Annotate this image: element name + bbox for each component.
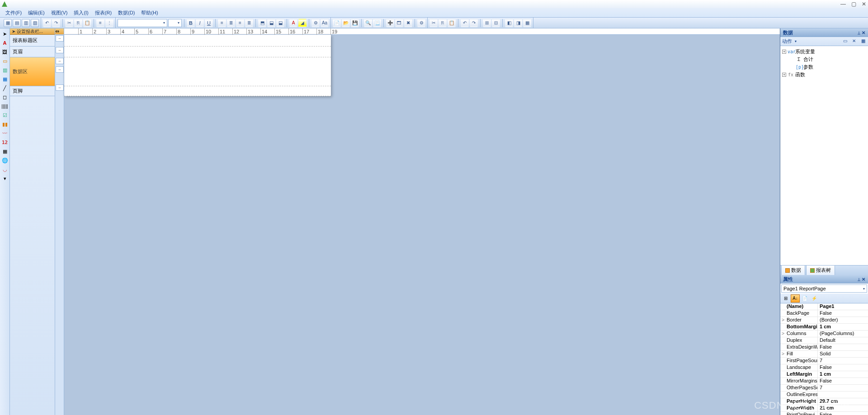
size-combo[interactable]: ▾ <box>168 19 182 27</box>
valign-top-button[interactable]: ⬒ <box>258 19 266 27</box>
copy2-button[interactable]: ⎘ <box>439 19 447 27</box>
pagesetup-button[interactable]: ⚙ <box>417 19 425 27</box>
prop-expand[interactable] <box>780 337 786 344</box>
minimize-button[interactable]: — <box>840 1 846 7</box>
prop-value[interactable]: False <box>817 310 868 317</box>
act-btn-3[interactable]: ▦ <box>860 38 866 45</box>
prop-value[interactable]: 21 cm <box>817 405 868 411</box>
misc3-button[interactable]: ▦ <box>523 19 531 27</box>
prop-value[interactable]: False <box>817 378 868 384</box>
page-button[interactable]: 📃 <box>373 19 381 27</box>
prop-value[interactable]: False <box>817 344 868 350</box>
prop-value[interactable]: 1 cm <box>817 324 868 330</box>
menu-item[interactable]: 视图(V) <box>48 9 71 17</box>
ungroup-button[interactable]: ⊟ <box>492 19 500 27</box>
prop-value[interactable]: (PageColumns) <box>817 331 868 337</box>
act-btn-1[interactable]: ▭ <box>842 38 848 45</box>
cut-button[interactable]: ✂ <box>65 19 73 27</box>
prop-expand[interactable]: > <box>780 317 786 323</box>
tree-node[interactable]: +fx函数 <box>782 71 866 79</box>
property-row[interactable]: OutlineExpres <box>780 392 868 398</box>
gauge-tool[interactable]: ◡ <box>1 166 9 173</box>
table-tool[interactable]: ▦ <box>1 75 9 83</box>
property-row[interactable]: OtherPagesSou7 <box>780 385 868 392</box>
prop-expand[interactable] <box>780 303 786 310</box>
close-panel-icon[interactable]: ✕ <box>862 30 865 35</box>
menu-item[interactable]: 数据(D) <box>115 9 137 17</box>
fmt1-button[interactable]: ≡ <box>96 19 104 27</box>
fillcolor-button[interactable]: ◢ <box>298 19 307 27</box>
prop-expand[interactable] <box>780 398 786 405</box>
canvas[interactable]: 12345678910111213141516171819 <box>64 28 780 415</box>
gutter-collapse[interactable]: – <box>56 35 64 42</box>
property-row[interactable]: FirstPageSour7 <box>780 358 868 364</box>
property-row[interactable]: PrintOnPreviFalse <box>780 412 868 415</box>
prop-value[interactable]: 7 <box>817 385 868 391</box>
prop-cat-button[interactable]: ⊞ <box>781 294 790 303</box>
maximize-button[interactable]: ▢ <box>851 1 856 7</box>
align-justify-button[interactable]: ≣ <box>245 19 253 27</box>
property-row[interactable]: PaperHeight29.7 cm <box>780 398 868 405</box>
prop-value[interactable] <box>817 392 868 398</box>
prop-value[interactable]: (Border) <box>817 317 868 323</box>
prop-expand[interactable] <box>780 364 786 371</box>
prop-expand[interactable]: > <box>780 351 786 357</box>
prop-expand[interactable] <box>780 371 786 378</box>
tree-node[interactable]: [p]参数 <box>782 63 866 71</box>
prop-pages-button[interactable]: 📄 <box>800 294 809 303</box>
menu-item[interactable]: 编辑(E) <box>25 9 47 17</box>
paste2-button[interactable]: 📋 <box>448 19 456 27</box>
page-band[interactable] <box>64 35 331 47</box>
act-btn-2[interactable]: ✕ <box>851 38 857 45</box>
bold-button[interactable]: B <box>187 19 195 27</box>
open-button[interactable]: 📂 <box>342 19 350 27</box>
newpage-button[interactable]: ➕ <box>386 19 394 27</box>
prop-value[interactable]: Page1 <box>817 303 868 310</box>
property-row[interactable]: DuplexDefault <box>780 337 868 344</box>
line-tool[interactable]: ╱ <box>1 84 9 92</box>
fmt2-button[interactable]: ⋮ <box>105 19 113 27</box>
map-tool[interactable]: 🌐 <box>1 157 9 164</box>
delpage-button[interactable]: ✖ <box>404 19 412 27</box>
spark-tool[interactable]: 〰 <box>1 130 9 137</box>
chart-tool[interactable]: ▮▮ <box>1 121 9 128</box>
expand-icon[interactable]: + <box>782 50 786 54</box>
text-tool[interactable]: A <box>1 39 9 47</box>
prop-value[interactable]: Solid <box>817 351 868 357</box>
save-button[interactable]: 💾 <box>351 19 359 27</box>
align-center-button[interactable]: ≣ <box>227 19 235 27</box>
menu-item[interactable]: 帮助(H) <box>138 9 160 17</box>
horizontal-ruler[interactable]: 12345678910111213141516171819 <box>64 28 780 35</box>
align-left-button[interactable]: ≡ <box>218 19 226 27</box>
property-row[interactable]: BottomMargin1 cm <box>780 324 868 331</box>
grid1-button[interactable]: ▦ <box>4 19 12 27</box>
close-button[interactable]: ✕ <box>862 1 866 7</box>
page-band[interactable] <box>64 86 331 96</box>
italic-button[interactable]: I <box>196 19 204 27</box>
band-section[interactable]: 页脚 <box>10 86 55 96</box>
band-tool[interactable]: ▭ <box>1 57 9 65</box>
band-section[interactable]: 数据区 <box>10 57 55 86</box>
prop-az-button[interactable]: A↓ <box>791 294 800 303</box>
property-row[interactable]: >Columns(PageColumns) <box>780 331 868 337</box>
paste-button[interactable]: 📋 <box>83 19 91 27</box>
property-grid[interactable]: (Name)Page1BackPageFalse>Border(Border)B… <box>780 303 868 415</box>
redo-button[interactable]: ↷ <box>52 19 60 27</box>
style-button[interactable]: Aa <box>321 19 329 27</box>
redo2-button[interactable]: ↷ <box>470 19 478 27</box>
menu-item[interactable]: 文件(F) <box>3 9 24 17</box>
group-button[interactable]: ⊞ <box>483 19 491 27</box>
prop-events-button[interactable]: ⚡ <box>810 294 819 303</box>
newdialog-button[interactable]: 🗔 <box>395 19 403 27</box>
property-row[interactable]: LandscapeFalse <box>780 364 868 371</box>
tree-node[interactable]: Σ合计 <box>782 56 866 63</box>
more-tool[interactable]: ▾ <box>1 175 9 182</box>
grid4-button[interactable]: ▧ <box>31 19 39 27</box>
prop-expand[interactable] <box>780 310 786 317</box>
band-section[interactable]: 页眉 <box>10 47 55 57</box>
prop-pin-icon[interactable]: ⟂ <box>858 277 860 282</box>
gutter-collapse[interactable]: – <box>56 58 64 64</box>
property-row[interactable]: ExtraDesignWiFalse <box>780 344 868 351</box>
expand-icon[interactable]: + <box>782 73 786 77</box>
check-tool[interactable]: ☑ <box>1 112 9 119</box>
